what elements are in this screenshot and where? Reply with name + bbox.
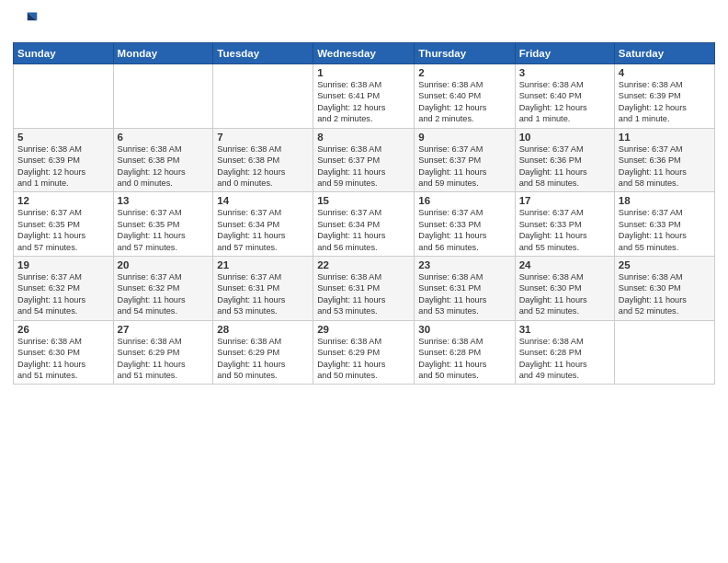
day-info: Sunrise: 6:37 AM Sunset: 6:35 PM Dayligh… (17, 207, 109, 253)
day-info: Sunrise: 6:37 AM Sunset: 6:31 PM Dayligh… (217, 271, 309, 317)
day-info: Sunrise: 6:37 AM Sunset: 6:34 PM Dayligh… (217, 207, 309, 253)
day-info: Sunrise: 6:38 AM Sunset: 6:28 PM Dayligh… (519, 336, 610, 382)
day-info: Sunrise: 6:37 AM Sunset: 6:33 PM Dayligh… (619, 207, 711, 253)
day-number: 29 (317, 324, 410, 335)
day-info: Sunrise: 6:38 AM Sunset: 6:30 PM Dayligh… (17, 336, 109, 382)
day-info: Sunrise: 6:38 AM Sunset: 6:29 PM Dayligh… (317, 336, 410, 382)
calendar-cell (614, 320, 714, 385)
day-number: 20 (118, 259, 210, 270)
day-info: Sunrise: 6:38 AM Sunset: 6:39 PM Dayligh… (17, 144, 109, 190)
day-number: 8 (317, 132, 410, 143)
calendar: SundayMondayTuesdayWednesdayThursdayFrid… (13, 42, 715, 385)
day-number: 19 (17, 259, 109, 270)
day-number: 1 (317, 67, 410, 78)
calendar-cell: 5Sunrise: 6:38 AM Sunset: 6:39 PM Daylig… (14, 128, 114, 192)
day-number: 23 (418, 259, 510, 270)
calendar-week-row: 5Sunrise: 6:38 AM Sunset: 6:39 PM Daylig… (14, 128, 715, 192)
calendar-cell (213, 64, 313, 129)
weekday-header: Friday (515, 43, 614, 64)
day-number: 18 (619, 195, 711, 206)
day-number: 9 (418, 132, 510, 143)
weekday-header: Wednesday (313, 43, 415, 64)
day-number: 7 (217, 132, 309, 143)
day-number: 27 (118, 324, 210, 335)
day-number: 25 (619, 259, 711, 270)
calendar-cell: 17Sunrise: 6:37 AM Sunset: 6:33 PM Dayli… (515, 192, 614, 257)
header (13, 9, 715, 35)
day-info: Sunrise: 6:38 AM Sunset: 6:39 PM Dayligh… (619, 79, 711, 125)
calendar-cell: 19Sunrise: 6:37 AM Sunset: 6:32 PM Dayli… (14, 257, 114, 321)
calendar-cell: 7Sunrise: 6:38 AM Sunset: 6:38 PM Daylig… (213, 128, 313, 192)
calendar-cell: 10Sunrise: 6:37 AM Sunset: 6:36 PM Dayli… (515, 128, 614, 192)
day-info: Sunrise: 6:37 AM Sunset: 6:32 PM Dayligh… (17, 271, 109, 317)
day-info: Sunrise: 6:38 AM Sunset: 6:40 PM Dayligh… (519, 79, 610, 125)
weekday-header: Saturday (614, 43, 714, 64)
day-number: 17 (519, 195, 610, 206)
day-number: 26 (17, 324, 109, 335)
calendar-cell: 22Sunrise: 6:38 AM Sunset: 6:31 PM Dayli… (313, 257, 415, 321)
page: SundayMondayTuesdayWednesdayThursdayFrid… (0, 0, 728, 563)
day-number: 4 (619, 67, 711, 78)
calendar-cell: 20Sunrise: 6:37 AM Sunset: 6:32 PM Dayli… (113, 257, 213, 321)
day-number: 31 (519, 324, 610, 335)
calendar-week-row: 19Sunrise: 6:37 AM Sunset: 6:32 PM Dayli… (14, 257, 715, 321)
calendar-cell: 1Sunrise: 6:38 AM Sunset: 6:41 PM Daylig… (313, 64, 415, 129)
day-number: 14 (217, 195, 309, 206)
day-number: 16 (418, 195, 510, 206)
day-info: Sunrise: 6:38 AM Sunset: 6:31 PM Dayligh… (418, 271, 510, 317)
calendar-cell: 4Sunrise: 6:38 AM Sunset: 6:39 PM Daylig… (614, 64, 714, 129)
calendar-cell: 14Sunrise: 6:37 AM Sunset: 6:34 PM Dayli… (213, 192, 313, 257)
calendar-week-row: 12Sunrise: 6:37 AM Sunset: 6:35 PM Dayli… (14, 192, 715, 257)
calendar-cell: 2Sunrise: 6:38 AM Sunset: 6:40 PM Daylig… (415, 64, 515, 129)
day-number: 13 (118, 195, 210, 206)
calendar-cell: 6Sunrise: 6:38 AM Sunset: 6:38 PM Daylig… (113, 128, 213, 192)
calendar-cell: 3Sunrise: 6:38 AM Sunset: 6:40 PM Daylig… (515, 64, 614, 129)
calendar-cell: 26Sunrise: 6:38 AM Sunset: 6:30 PM Dayli… (14, 320, 114, 385)
calendar-cell: 30Sunrise: 6:38 AM Sunset: 6:28 PM Dayli… (415, 320, 515, 385)
calendar-cell: 24Sunrise: 6:38 AM Sunset: 6:30 PM Dayli… (515, 257, 614, 321)
calendar-cell: 31Sunrise: 6:38 AM Sunset: 6:28 PM Dayli… (515, 320, 614, 385)
calendar-cell: 25Sunrise: 6:38 AM Sunset: 6:30 PM Dayli… (614, 257, 714, 321)
weekday-header: Tuesday (213, 43, 313, 64)
calendar-cell (14, 64, 114, 129)
calendar-cell: 12Sunrise: 6:37 AM Sunset: 6:35 PM Dayli… (14, 192, 114, 257)
day-info: Sunrise: 6:38 AM Sunset: 6:29 PM Dayligh… (217, 336, 309, 382)
day-number: 6 (118, 132, 210, 143)
calendar-cell: 15Sunrise: 6:37 AM Sunset: 6:34 PM Dayli… (313, 192, 415, 257)
day-info: Sunrise: 6:38 AM Sunset: 6:38 PM Dayligh… (217, 144, 309, 190)
day-info: Sunrise: 6:38 AM Sunset: 6:30 PM Dayligh… (519, 271, 610, 317)
day-number: 11 (619, 132, 711, 143)
calendar-cell: 18Sunrise: 6:37 AM Sunset: 6:33 PM Dayli… (614, 192, 714, 257)
day-number: 28 (217, 324, 309, 335)
day-number: 3 (519, 67, 610, 78)
day-info: Sunrise: 6:38 AM Sunset: 6:41 PM Dayligh… (317, 79, 410, 125)
calendar-header: SundayMondayTuesdayWednesdayThursdayFrid… (14, 43, 715, 64)
calendar-week-row: 26Sunrise: 6:38 AM Sunset: 6:30 PM Dayli… (14, 320, 715, 385)
day-number: 22 (317, 259, 410, 270)
day-info: Sunrise: 6:38 AM Sunset: 6:29 PM Dayligh… (118, 336, 210, 382)
day-info: Sunrise: 6:37 AM Sunset: 6:36 PM Dayligh… (519, 144, 610, 190)
weekday-header: Monday (113, 43, 213, 64)
day-number: 10 (519, 132, 610, 143)
calendar-cell: 9Sunrise: 6:37 AM Sunset: 6:37 PM Daylig… (415, 128, 515, 192)
weekday-header: Sunday (14, 43, 114, 64)
calendar-cell: 13Sunrise: 6:37 AM Sunset: 6:35 PM Dayli… (113, 192, 213, 257)
day-number: 2 (418, 67, 510, 78)
day-number: 5 (17, 132, 109, 143)
calendar-cell (113, 64, 213, 129)
day-info: Sunrise: 6:37 AM Sunset: 6:33 PM Dayligh… (418, 207, 510, 253)
calendar-cell: 29Sunrise: 6:38 AM Sunset: 6:29 PM Dayli… (313, 320, 415, 385)
calendar-cell: 16Sunrise: 6:37 AM Sunset: 6:33 PM Dayli… (415, 192, 515, 257)
day-info: Sunrise: 6:38 AM Sunset: 6:28 PM Dayligh… (418, 336, 510, 382)
day-info: Sunrise: 6:37 AM Sunset: 6:35 PM Dayligh… (118, 207, 210, 253)
calendar-cell: 23Sunrise: 6:38 AM Sunset: 6:31 PM Dayli… (415, 257, 515, 321)
day-info: Sunrise: 6:37 AM Sunset: 6:37 PM Dayligh… (418, 144, 510, 190)
day-info: Sunrise: 6:38 AM Sunset: 6:40 PM Dayligh… (418, 79, 510, 125)
day-info: Sunrise: 6:37 AM Sunset: 6:36 PM Dayligh… (619, 144, 711, 190)
day-info: Sunrise: 6:37 AM Sunset: 6:32 PM Dayligh… (118, 271, 210, 317)
weekday-row: SundayMondayTuesdayWednesdayThursdayFrid… (14, 43, 715, 64)
day-info: Sunrise: 6:38 AM Sunset: 6:37 PM Dayligh… (317, 144, 410, 190)
day-number: 12 (17, 195, 109, 206)
day-info: Sunrise: 6:38 AM Sunset: 6:30 PM Dayligh… (619, 271, 711, 317)
calendar-body: 1Sunrise: 6:38 AM Sunset: 6:41 PM Daylig… (14, 64, 715, 385)
